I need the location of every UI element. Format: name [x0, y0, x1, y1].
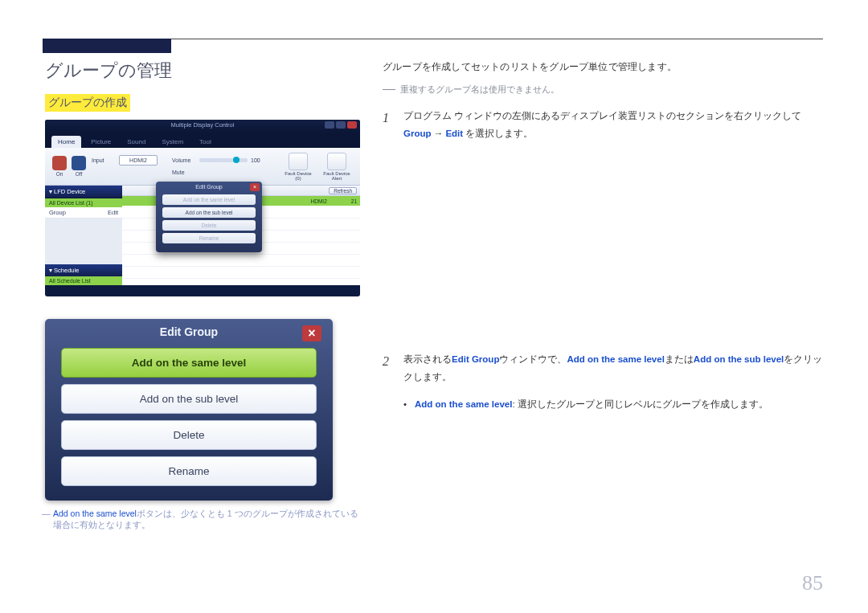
popup-btn-same-level[interactable]: Add on the same level [162, 194, 256, 205]
header-block [43, 39, 171, 53]
step2-m1: ウィンドウで、 [499, 354, 567, 364]
note-line: 重複するグループ名は使用できません。 [383, 81, 823, 98]
step1-text-c: を選択します。 [463, 129, 533, 138]
fault-alert-icon [327, 153, 346, 170]
fault-alert-label: Fault Device Alert [323, 171, 350, 181]
screenshot-edit-group: Edit Group × Add on the same level Add o… [45, 319, 333, 501]
sub-keyword: Add on the same level [415, 399, 512, 409]
grid-cell-val: 21 [351, 198, 357, 204]
volume-value: 100 [251, 157, 260, 163]
close-icon[interactable] [347, 121, 357, 129]
sidebar-lfd-header[interactable]: ▾ LFD Device [45, 186, 122, 198]
power-on-button[interactable]: On [51, 156, 68, 177]
sidebar-all-devices[interactable]: All Device List (1) [45, 198, 122, 207]
note-text: 重複するグループ名は使用できません。 [400, 84, 559, 94]
fault-alert-button[interactable]: Fault Device Alert [320, 153, 354, 181]
section-title: グループの作成 [45, 94, 130, 112]
dialog-btn-delete[interactable]: Delete [61, 420, 317, 450]
refresh-button[interactable]: Refresh [329, 187, 357, 194]
mute-label: Mute [172, 170, 196, 175]
step2-a: 表示される [403, 354, 452, 364]
screenshot-mdc: Multiple Display Control Home Picture So… [45, 120, 360, 296]
minimize-icon[interactable] [325, 121, 334, 129]
step2-editgroup: Edit Group [452, 354, 499, 364]
intro-text: グループを作成してセットのリストをグループ単位で管理します。 [383, 59, 823, 76]
sidebar-group-row[interactable]: Group Edit [45, 207, 122, 219]
maximize-icon[interactable] [336, 121, 346, 129]
tab-picture[interactable]: Picture [84, 136, 117, 148]
popup-title: Edit Group [156, 184, 262, 190]
page-title: グループの管理 [45, 59, 360, 83]
fault-device-icon [289, 153, 308, 170]
page-number: 85 [802, 571, 823, 595]
fault-device-button[interactable]: Fault Device (0) [281, 153, 315, 181]
grid-cell-input: HDMI2 [311, 198, 327, 204]
volume-slider[interactable] [199, 158, 248, 162]
popup-btn-delete[interactable]: Delete [162, 220, 256, 231]
dialog-title: Edit Group [45, 325, 333, 338]
tab-sound[interactable]: Sound [121, 136, 152, 148]
step1-group: Group [403, 129, 432, 138]
step1-arrow: → [432, 129, 446, 138]
dialog-btn-rename[interactable]: Rename [61, 456, 317, 486]
power-off-icon [72, 156, 86, 170]
window-buttons [325, 121, 357, 129]
step-1: プログラム ウィンドウの左側にあるディスプレイ装置リストのセクションを右クリック… [383, 108, 823, 143]
step1-text-a: プログラム ウィンドウの左側にあるディスプレイ装置リストのセクションを右クリック… [403, 111, 801, 121]
step2-same: Add on the same level [567, 354, 664, 364]
step-2: 表示されるEdit Groupウィンドウで、Add on the same le… [383, 351, 823, 414]
tab-system[interactable]: System [155, 136, 190, 148]
footnote-keyword: Add on the same level [53, 509, 137, 518]
step1-edit: Edit [445, 129, 463, 138]
power-on-label: On [56, 171, 63, 177]
sidebar-edit-label: Edit [108, 209, 118, 216]
tab-tool[interactable]: Tool [193, 136, 218, 148]
sidebar: ▾ LFD Device All Device List (1) Group E… [45, 186, 122, 285]
dash-icon [383, 89, 395, 90]
sidebar-schedule-header[interactable]: ▾ Schedule [45, 264, 122, 276]
dialog-btn-sub-level[interactable]: Add on the sub level [61, 384, 317, 414]
footnote: Add on the same levelボタンは、少なくとも 1 つのグループ… [45, 509, 360, 531]
window-titlebar: Multiple Display Control [45, 120, 360, 133]
toolbar: On Off Input HDMI2 Volume 100 [45, 148, 360, 186]
power-on-icon [52, 156, 67, 170]
power-off-button[interactable]: Off [71, 156, 87, 177]
step2-sub: Add on the sub level [694, 354, 784, 364]
popup-btn-rename[interactable]: Rename [162, 233, 256, 243]
fault-device-label: Fault Device (0) [285, 171, 311, 181]
volume-label: Volume [172, 157, 196, 163]
tab-home[interactable]: Home [51, 136, 81, 148]
input-select[interactable]: HDMI2 [119, 155, 158, 166]
step2-m2: または [665, 354, 694, 364]
step2-sub-bullet: Add on the same level: 選択したグループと同じレベルにグル… [403, 396, 823, 414]
tab-bar: Home Picture Sound System Tool [45, 133, 360, 148]
power-off-label: Off [76, 171, 83, 177]
input-label: Input [92, 157, 116, 163]
dialog-btn-same-level[interactable]: Add on the same level [61, 348, 317, 378]
dialog-close-icon[interactable]: × [302, 325, 321, 341]
sub-text: : 選択したグループと同じレベルにグループを作成します。 [512, 399, 768, 409]
edit-group-popup: Edit Group × Add on the same level Add o… [156, 182, 262, 252]
popup-btn-sub-level[interactable]: Add on the sub level [162, 207, 256, 218]
window-title: Multiple Display Control [171, 121, 235, 129]
popup-close-icon[interactable]: × [250, 183, 260, 191]
sidebar-all-schedule[interactable]: All Schedule List [45, 276, 122, 285]
sidebar-group-label: Group [49, 209, 66, 216]
